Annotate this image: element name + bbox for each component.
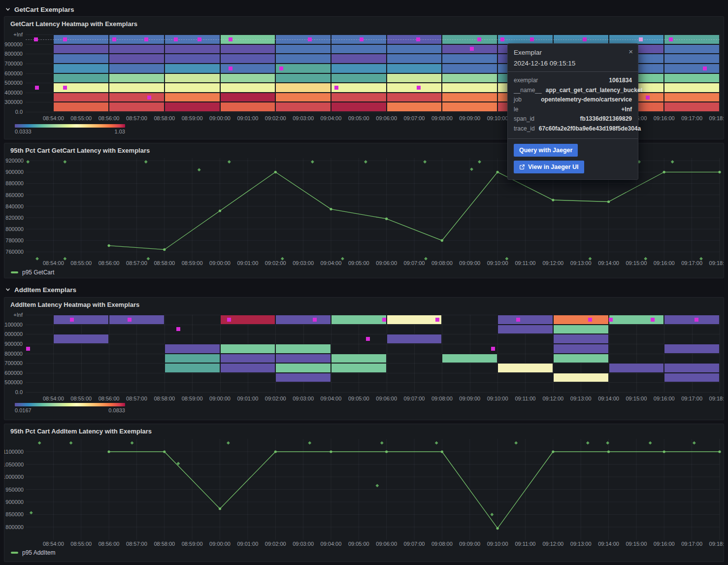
- heatmap-cell[interactable]: [664, 73, 720, 83]
- exemplar-diamond[interactable]: [227, 441, 230, 445]
- data-point[interactable]: [552, 450, 554, 453]
- heatmap-cell[interactable]: [165, 54, 220, 64]
- exemplar-marker[interactable]: [147, 96, 151, 100]
- data-point[interactable]: [330, 450, 332, 453]
- heatmap-cell[interactable]: [53, 64, 109, 73]
- heatmap-cell[interactable]: [220, 344, 276, 354]
- data-point[interactable]: [718, 450, 721, 453]
- heatmap-cell[interactable]: [497, 363, 553, 373]
- data-point[interactable]: [663, 171, 665, 173]
- heatmap-cell[interactable]: [442, 354, 497, 364]
- heatmap-cell[interactable]: [275, 54, 331, 64]
- exemplar-diamond[interactable]: [470, 167, 473, 171]
- heatmap-cell[interactable]: [165, 354, 220, 364]
- exemplar-diamond[interactable]: [514, 441, 518, 445]
- heatmap-cell[interactable]: [331, 44, 387, 54]
- exemplar-marker[interactable]: [112, 37, 116, 41]
- heatmap-cell[interactable]: [387, 54, 442, 64]
- heatmap-cell[interactable]: [387, 102, 442, 112]
- heatmap-cell[interactable]: [609, 315, 664, 325]
- heatmap-cell[interactable]: [497, 315, 553, 325]
- heatmap-cell[interactable]: [53, 44, 109, 54]
- heatmap-cell[interactable]: [109, 102, 165, 112]
- heatmap-cell[interactable]: [53, 83, 109, 93]
- heatmap-cell[interactable]: [442, 83, 497, 93]
- heatmap-cell[interactable]: [220, 102, 276, 112]
- data-point[interactable]: [663, 450, 665, 453]
- heatmap-cell[interactable]: [331, 354, 387, 364]
- heatmap-cell[interactable]: [275, 44, 331, 54]
- exemplar-marker[interactable]: [435, 318, 439, 322]
- heatmap-cell[interactable]: [275, 73, 331, 83]
- exemplar-marker[interactable]: [360, 37, 364, 41]
- heatmap-cell[interactable]: [53, 93, 109, 102]
- exemplar-marker[interactable]: [516, 318, 520, 322]
- heatmap-cell[interactable]: [220, 54, 276, 64]
- heatmap-cell[interactable]: [387, 44, 442, 54]
- exemplar-diamond[interactable]: [131, 441, 134, 445]
- data-point[interactable]: [496, 171, 499, 173]
- panel-title[interactable]: 95th Pct Cart AddItem Latency with Exemp…: [10, 428, 152, 435]
- data-point[interactable]: [219, 507, 221, 510]
- exemplar-marker[interactable]: [669, 37, 673, 41]
- exemplar-marker[interactable]: [63, 86, 67, 90]
- exemplar-marker[interactable]: [313, 318, 317, 322]
- exemplar-marker[interactable]: [176, 327, 180, 331]
- heatmap-cell[interactable]: [331, 315, 387, 325]
- exemplar-marker[interactable]: [651, 318, 655, 322]
- exemplar-marker[interactable]: [491, 347, 495, 351]
- heatmap-cell[interactable]: [53, 54, 109, 64]
- heatmap-cell[interactable]: [442, 73, 497, 83]
- heatmap-cell[interactable]: [553, 325, 609, 334]
- heatmap-cell[interactable]: [664, 102, 720, 112]
- exemplar-diamond[interactable]: [490, 513, 494, 516]
- exemplar-marker-highlighted[interactable]: [639, 37, 643, 41]
- exemplar-marker[interactable]: [695, 318, 698, 322]
- data-point[interactable]: [107, 244, 110, 247]
- heatmap-cell[interactable]: [275, 373, 331, 383]
- heatmap-cell[interactable]: [664, 93, 720, 102]
- exemplar-marker[interactable]: [227, 318, 231, 322]
- heatmap-cell[interactable]: [664, 54, 720, 64]
- heatmap-cell[interactable]: [331, 64, 387, 73]
- row-header-getcart[interactable]: GetCart Exemplars: [5, 4, 74, 15]
- heatmap-cell[interactable]: [109, 73, 165, 83]
- data-point[interactable]: [163, 450, 165, 453]
- data-point[interactable]: [552, 199, 554, 201]
- panel-title[interactable]: AddItem Latency Heatmap with Exemplars: [10, 301, 139, 308]
- exemplar-marker[interactable]: [588, 318, 592, 322]
- exemplar-marker[interactable]: [366, 337, 370, 341]
- panel-title[interactable]: 95th Pct Cart GetCart Latency with Exemp…: [10, 147, 150, 154]
- heatmap-cell[interactable]: [442, 54, 497, 64]
- exemplar-marker[interactable]: [477, 37, 481, 41]
- heatmap-cell[interactable]: [275, 83, 331, 93]
- exemplar-marker[interactable]: [63, 37, 67, 41]
- data-point[interactable]: [163, 248, 165, 251]
- heatmap-cell[interactable]: [442, 102, 497, 112]
- heatmap-cell[interactable]: [387, 64, 442, 73]
- data-point[interactable]: [274, 450, 277, 453]
- exemplar-diamond[interactable]: [606, 441, 609, 445]
- exemplar-marker[interactable]: [334, 86, 338, 90]
- exemplar-marker[interactable]: [229, 37, 232, 41]
- exemplar-diamond[interactable]: [308, 441, 311, 445]
- heatmap-cell[interactable]: [109, 93, 165, 102]
- heatmap-cell[interactable]: [109, 64, 165, 73]
- heatmap-cell[interactable]: [331, 73, 387, 83]
- exemplar-marker[interactable]: [530, 37, 534, 41]
- heatmap-cell[interactable]: [53, 334, 109, 344]
- heatmap-cell[interactable]: [165, 83, 220, 93]
- heatmap-cell[interactable]: [275, 363, 331, 373]
- heatmap-cell[interactable]: [275, 93, 331, 102]
- exemplar-marker[interactable]: [646, 96, 650, 100]
- heatmap-cell[interactable]: [664, 83, 720, 93]
- heatmap-cell[interactable]: [387, 73, 442, 83]
- legend-item[interactable]: p95 AddItem: [11, 549, 55, 556]
- heatmap-cell[interactable]: [387, 83, 442, 93]
- heatmap-cell[interactable]: [387, 315, 442, 325]
- data-point[interactable]: [385, 450, 388, 453]
- data-point[interactable]: [219, 209, 221, 212]
- heatmap-cell[interactable]: [109, 83, 165, 93]
- heatmap-cell[interactable]: [331, 102, 387, 112]
- data-point[interactable]: [107, 450, 110, 453]
